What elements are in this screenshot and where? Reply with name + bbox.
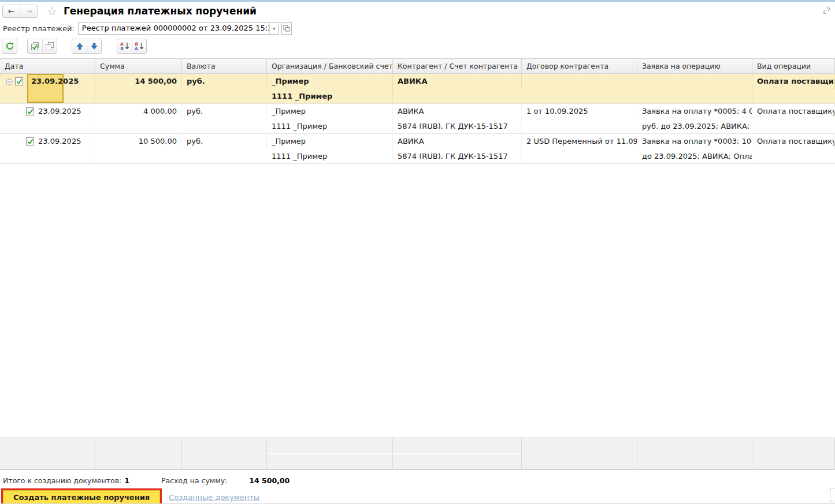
table-row[interactable]: 23.09.2025 4 000,00 руб. _Пример 1111 _П… bbox=[0, 104, 835, 134]
collapse-group-icon[interactable] bbox=[6, 79, 13, 87]
move-down-button[interactable] bbox=[87, 39, 101, 53]
group-date-cell[interactable]: 23.09.2025 bbox=[0, 74, 95, 103]
column-header-amount[interactable]: Сумма bbox=[95, 59, 182, 73]
currency-cell[interactable]: руб. bbox=[182, 134, 267, 149]
table-row[interactable]: 23.09.2025 10 500,00 руб. _Пример 1111 _… bbox=[0, 134, 835, 164]
table-header-row: Дата Сумма Валюта Организация / Банковск… bbox=[0, 58, 835, 74]
refresh-group bbox=[2, 39, 17, 54]
request-cell[interactable]: Заявка на оплату *0005; 4 000 руб. до 23… bbox=[637, 104, 752, 133]
registry-dropdown-button[interactable]: ▾ bbox=[269, 23, 279, 34]
footer-cell-counterparty bbox=[393, 438, 522, 469]
group-amount-cell[interactable]: 14 500,00 bbox=[95, 74, 182, 89]
expense-amount-value: 14 500,00 bbox=[249, 476, 290, 485]
footer-cell-contract bbox=[522, 438, 637, 469]
date-cell[interactable]: 23.09.2025 bbox=[0, 134, 95, 163]
back-arrow-icon: ← bbox=[8, 6, 15, 16]
title-bar: ← → ☆ Генерация платежных поручений bbox=[0, 2, 835, 20]
organization-cell[interactable]: _Пример 1111 _Пример bbox=[267, 104, 393, 133]
group-operation-cell[interactable]: Оплата поставщику bbox=[752, 74, 835, 89]
forward-button[interactable]: → bbox=[20, 5, 38, 17]
get-link-icon[interactable] bbox=[822, 6, 831, 17]
selected-date-cell[interactable]: 23.09.2025 bbox=[27, 74, 64, 103]
sort-descending-button[interactable]: Я А bbox=[132, 39, 146, 53]
request-line2: руб. до 23.09.2025; АВИКА; ... bbox=[642, 119, 747, 133]
move-down-icon bbox=[90, 42, 98, 50]
svg-text:А: А bbox=[135, 46, 138, 51]
footer-cell-currency bbox=[182, 438, 267, 469]
table-empty-area bbox=[0, 164, 835, 438]
column-header-contract[interactable]: Договор контрагента bbox=[522, 59, 637, 73]
column-header-organization[interactable]: Организация / Банковский счет bbox=[267, 59, 393, 73]
counterparty-cell[interactable]: АВИКА 5874 (RUB), ГК ДУК-15-1517 bbox=[393, 134, 522, 163]
checkmarks-group bbox=[27, 39, 57, 54]
registry-open-button[interactable] bbox=[281, 22, 292, 35]
group-currency-cell[interactable]: руб. bbox=[182, 74, 267, 89]
sort-ascending-button[interactable]: А Я bbox=[117, 39, 132, 53]
organization-cell[interactable]: _Пример 1111 _Пример bbox=[267, 134, 393, 163]
column-header-date[interactable]: Дата bbox=[0, 59, 95, 73]
organization-name: _Пример bbox=[272, 104, 388, 119]
group-request-cell[interactable] bbox=[637, 74, 752, 103]
bank-account: 1111 _Пример bbox=[272, 149, 388, 163]
refresh-icon bbox=[5, 42, 14, 51]
favorite-star-icon[interactable]: ☆ bbox=[47, 5, 57, 17]
table-footer-strip bbox=[0, 438, 835, 470]
uncheck-all-button[interactable] bbox=[42, 39, 57, 53]
operation-cell[interactable]: Оплата поставщику bbox=[752, 104, 835, 119]
back-button[interactable]: ← bbox=[3, 5, 20, 17]
column-header-counterparty[interactable]: Контрагент / Счет контрагента bbox=[393, 59, 522, 73]
created-documents-link[interactable]: Созданные документы bbox=[169, 493, 259, 502]
contract-cell[interactable]: 2 USD Переменный от 11.09.2025 bbox=[522, 134, 637, 149]
move-up-icon bbox=[76, 42, 84, 50]
annotation-highlight-box: Создать платежные поручения bbox=[1, 488, 162, 504]
checkmark-icon bbox=[16, 79, 23, 85]
totals-row: Итого к созданию документов: 1 Расход на… bbox=[0, 475, 835, 486]
footer-cell-operation bbox=[752, 438, 835, 469]
list-toolbar: А Я Я А bbox=[0, 36, 835, 55]
amount-cell[interactable]: 4 000,00 bbox=[95, 104, 182, 119]
bank-account: 1111 _Пример bbox=[272, 119, 388, 133]
page-title: Генерация платежных поручений bbox=[64, 5, 257, 17]
footer-cell-organization bbox=[267, 438, 393, 469]
registry-combobox[interactable]: Реестр платежей 000000002 от 23.09.2025 … bbox=[78, 22, 279, 35]
request-cell[interactable]: Заявка на оплату *0003; 100 USD до 23.09… bbox=[637, 134, 752, 163]
sort-asc-icon: А Я bbox=[119, 42, 131, 51]
counterparty-name: АВИКА bbox=[398, 134, 517, 149]
amount-cell[interactable]: 10 500,00 bbox=[95, 134, 182, 149]
group-organization-cell[interactable]: _Пример 1111 _Пример bbox=[267, 74, 393, 103]
row-date: 23.09.2025 bbox=[38, 134, 81, 149]
group-contract-cell[interactable] bbox=[522, 74, 637, 103]
table-group-row[interactable]: 23.09.2025 14 500,00 руб. _Пример 1111 _… bbox=[0, 74, 835, 104]
history-nav-buttons: ← → bbox=[2, 5, 38, 18]
create-payment-orders-button[interactable]: Создать платежные поручения bbox=[3, 490, 160, 504]
check-all-button[interactable] bbox=[28, 39, 42, 53]
date-cell[interactable]: 23.09.2025 bbox=[0, 104, 95, 133]
request-line2: до 23.09.2025; АВИКА; Оплата ... bbox=[642, 149, 747, 163]
payment-orders-generation-window: ← → ☆ Генерация платежных поручений Реес… bbox=[0, 0, 835, 504]
move-group bbox=[72, 39, 102, 54]
group-counterparty-cell[interactable]: АВИКА bbox=[393, 74, 522, 89]
group-checkbox[interactable] bbox=[15, 77, 23, 85]
counterparty-cell[interactable]: АВИКА 5874 (RUB), ГК ДУК-15-1517 bbox=[393, 104, 522, 133]
row-checkbox[interactable] bbox=[26, 107, 34, 115]
counterparty-name: АВИКА bbox=[398, 104, 517, 119]
row-date: 23.09.2025 bbox=[38, 104, 81, 119]
move-up-button[interactable] bbox=[72, 39, 87, 53]
column-header-request[interactable]: Заявка на операцию bbox=[637, 59, 752, 73]
refresh-button[interactable] bbox=[2, 39, 17, 53]
checkmark-icon bbox=[27, 109, 34, 115]
contract-cell[interactable]: 1 от 10.09.2025 bbox=[522, 104, 637, 119]
checkmark-icon bbox=[27, 139, 34, 145]
operation-cell[interactable]: Оплата поставщику bbox=[752, 134, 835, 149]
footer-cell-request bbox=[637, 438, 752, 469]
currency-cell[interactable]: руб. bbox=[182, 104, 267, 119]
registry-value[interactable]: Реестр платежей 000000002 от 23.09.2025 … bbox=[79, 23, 269, 34]
counterparty-account: 5874 (RUB), ГК ДУК-15-1517 bbox=[398, 119, 517, 133]
column-header-currency[interactable]: Валюта bbox=[182, 59, 267, 73]
row-checkbox[interactable] bbox=[26, 137, 34, 145]
column-header-operation[interactable]: Вид операции bbox=[752, 59, 835, 73]
check-all-icon bbox=[31, 42, 40, 51]
uncheck-all-icon bbox=[45, 42, 54, 51]
bottom-right-partial-control[interactable] bbox=[830, 488, 835, 502]
organization-name: _Пример bbox=[272, 134, 388, 149]
